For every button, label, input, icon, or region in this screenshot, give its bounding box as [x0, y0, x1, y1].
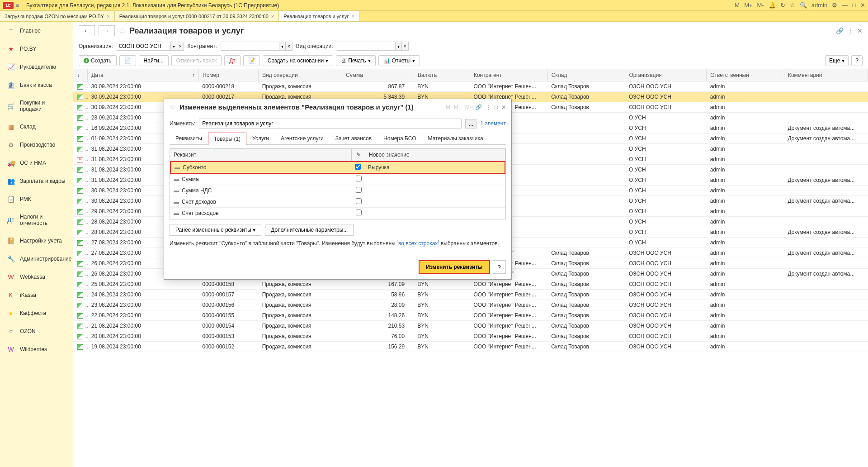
col-num-header[interactable]: Номер: [198, 69, 258, 81]
dialog-grid-row[interactable]: ▬Счет расходов: [170, 208, 505, 219]
change-input[interactable]: [199, 119, 462, 129]
find-button[interactable]: Найти...: [139, 55, 169, 66]
sidebar-item-12[interactable]: 🔧Администрирование: [0, 250, 73, 268]
sidebar-item-7[interactable]: 🚚ОС и НМА: [0, 154, 73, 172]
dialog-star-icon[interactable]: ☆: [170, 103, 176, 111]
sidebar-item-10[interactable]: ДтНалоги и отчетность: [0, 208, 73, 232]
dialog-help-button[interactable]: ?: [493, 260, 506, 274]
rekvizit-value[interactable]: [365, 177, 505, 181]
contr-dropdown-button[interactable]: ▾: [279, 42, 286, 51]
nav-forward-button[interactable]: →: [99, 25, 115, 36]
grid-header-newval[interactable]: Новое значение: [365, 149, 505, 161]
org-dropdown-button[interactable]: ▾: [171, 42, 177, 51]
col-resp-header[interactable]: Ответственный: [707, 69, 784, 81]
sidebar-item-17[interactable]: WWildberries: [0, 340, 73, 358]
extra-params-button[interactable]: Дополнительные параметры...: [265, 224, 354, 236]
submit-button[interactable]: Изменить реквизиты: [419, 260, 490, 274]
dialog-tab-5[interactable]: Номера БСО: [377, 132, 422, 144]
search-icon[interactable]: 🔍: [800, 2, 807, 9]
minimize-icon[interactable]: —: [842, 2, 848, 9]
table-row[interactable]: 19.08.2024 23:00:000000-000152Продажа, к…: [73, 342, 868, 352]
cancel-find-button[interactable]: Отменить поиск: [171, 55, 222, 66]
dialog-tab-2[interactable]: Услуги: [246, 132, 275, 144]
rekvizit-value[interactable]: [365, 189, 505, 192]
sidebar-item-9[interactable]: 📋РМК: [0, 190, 73, 208]
kebab-icon[interactable]: ⋮: [847, 27, 854, 34]
tab-0[interactable]: Загрузка продаж OZON по месяцам PO.BY×: [0, 11, 115, 21]
user-label[interactable]: admin: [811, 2, 827, 9]
edit-button[interactable]: 📝: [243, 55, 260, 66]
sidebar-item-5[interactable]: ▦Склад: [0, 118, 73, 136]
create-button[interactable]: +Создать: [79, 55, 117, 66]
tab-2[interactable]: Реализация товаров и услуг×: [279, 11, 359, 21]
bell-icon[interactable]: 🔔: [769, 2, 776, 9]
sidebar-item-0[interactable]: ≡Главное: [0, 22, 73, 40]
change-ellipsis-button[interactable]: ...: [465, 119, 476, 129]
table-row[interactable]: 21.08.2024 23:00:000000-000154Продажа, к…: [73, 321, 868, 331]
mminus-indicator[interactable]: M-: [757, 2, 764, 9]
table-row[interactable]: 22.08.2024 23:00:000000-000155Продажа, к…: [73, 310, 868, 321]
col-icon-header[interactable]: ↓: [73, 69, 88, 81]
dialog-close-icon[interactable]: ✕: [501, 104, 506, 110]
dialog-kebab-icon[interactable]: ⋮: [486, 104, 491, 110]
col-date-header[interactable]: Дата ↑: [88, 69, 199, 81]
contr-input[interactable]: [221, 42, 279, 51]
dk-button[interactable]: Дт: [224, 55, 241, 66]
rekvizit-checkbox[interactable]: [356, 198, 362, 204]
sidebar-item-14[interactable]: KiKassa: [0, 286, 73, 304]
sidebar-item-2[interactable]: 📈Руководителю: [0, 58, 73, 76]
rekvizit-checkbox[interactable]: [355, 164, 361, 170]
table-row[interactable]: 30.09.2024 23:00:000000-000218Продажа, к…: [73, 81, 868, 92]
sidebar-item-4[interactable]: 🛒Покупки и продажи: [0, 94, 73, 118]
sidebar-item-1[interactable]: ★PO.BY: [0, 40, 73, 58]
op-dropdown-button[interactable]: ▾: [396, 42, 402, 51]
dialog-tab-6[interactable]: Материалы заказчика: [422, 132, 489, 144]
sidebar-item-8[interactable]: 👥Зарплата и кадры: [0, 172, 73, 190]
org-clear-button[interactable]: ×: [177, 42, 184, 51]
dialog-m[interactable]: M: [446, 104, 450, 110]
dialog-tab-0[interactable]: Реквизиты: [170, 132, 208, 144]
rekvizit-value[interactable]: [365, 211, 505, 215]
col-op-header[interactable]: Вид операции: [259, 69, 342, 81]
table-row[interactable]: 20.08.2024 23:00:000000-000153Продажа, к…: [73, 331, 868, 342]
dialog-link-icon[interactable]: 🔗: [475, 104, 482, 110]
dialog-grid-row[interactable]: ▬Сумма: [170, 174, 505, 185]
rekvizit-checkbox[interactable]: [356, 187, 362, 193]
star-icon[interactable]: ☆: [790, 2, 795, 9]
hamburger-icon[interactable]: ≡: [15, 2, 23, 9]
rekvizit-value[interactable]: Выручка: [364, 162, 505, 172]
dialog-tab-1[interactable]: Товары (1): [208, 133, 246, 145]
m-indicator[interactable]: M: [735, 2, 740, 9]
col-cur-header[interactable]: Валюта: [414, 69, 470, 81]
page-close-icon[interactable]: ✕: [857, 27, 863, 34]
help-button[interactable]: ?: [851, 55, 863, 66]
close-icon[interactable]: ✕: [860, 2, 865, 9]
count-link[interactable]: 1 элемент: [480, 120, 506, 127]
create-based-button[interactable]: Создать на основании ▾: [263, 55, 334, 66]
dialog-mminus[interactable]: M-: [465, 104, 472, 110]
rekvizit-checkbox[interactable]: [356, 176, 362, 181]
dialog-maximize-icon[interactable]: □: [495, 104, 498, 110]
table-row[interactable]: 25.08.2024 23:00:000000-000158Продажа, к…: [73, 279, 868, 290]
col-org-header[interactable]: Организация: [625, 69, 707, 81]
info-link[interactable]: во всех строках: [397, 240, 439, 247]
tab-close-icon[interactable]: ×: [352, 14, 354, 19]
prev-changed-button[interactable]: Ранее измененные реквизиты ▾: [170, 224, 261, 236]
favorite-star-icon[interactable]: ☆: [118, 26, 126, 36]
table-row[interactable]: 23.08.2024 23:00:000000-000156Продажа, к…: [73, 300, 868, 310]
sidebar-item-3[interactable]: 🏦Банк и касса: [0, 76, 73, 94]
org-input[interactable]: [117, 42, 171, 51]
settings-icon[interactable]: ⚙: [832, 2, 837, 9]
col-contr-header[interactable]: Контрагент: [470, 69, 547, 81]
mplus-indicator[interactable]: M+: [744, 2, 752, 9]
rekvizit-value[interactable]: [365, 200, 505, 204]
history-icon[interactable]: ↻: [780, 2, 785, 9]
tab-close-icon[interactable]: ×: [107, 14, 109, 19]
tab-close-icon[interactable]: ×: [271, 14, 274, 19]
rekvizit-checkbox[interactable]: [356, 210, 362, 215]
col-sum-header[interactable]: Сумма: [342, 69, 414, 81]
contr-clear-button[interactable]: ×: [286, 42, 292, 51]
dialog-grid-row[interactable]: ▬Сумма НДС: [170, 185, 505, 196]
dialog-tab-4[interactable]: Зачет авансов: [330, 132, 377, 144]
copy-button[interactable]: 📄: [119, 55, 136, 66]
